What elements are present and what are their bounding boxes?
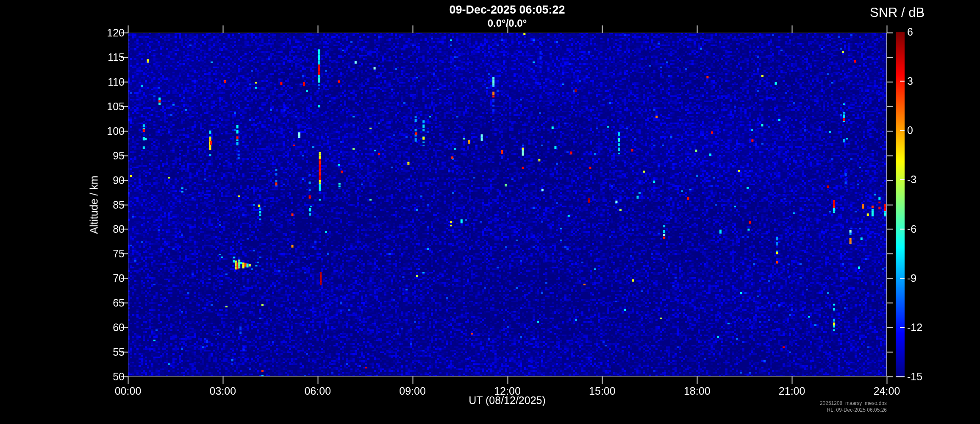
colorbar-tick-label: -6 — [907, 223, 916, 235]
datafile-name: 20251208_maarsy_meso.dbs — [820, 400, 887, 406]
y-tick-label: 50 — [0, 370, 125, 383]
y-tick-label: 55 — [0, 346, 125, 358]
x-tick-label: 15:00 — [589, 385, 616, 397]
y-tick-label: 105 — [0, 100, 125, 113]
radargram-figure: 09-Dec-2025 06:05:22 0.0°/0.0° SNR / dB … — [0, 0, 980, 424]
y-tick-label: 95 — [0, 149, 125, 162]
colorbar-tick-label: 3 — [907, 75, 913, 87]
x-tick-label: 00:00 — [115, 385, 142, 397]
processing-timestamp: RL, 09-Dec-2025 06:05:26 — [827, 407, 887, 413]
colorbar-tick-label: -12 — [907, 321, 922, 334]
x-tick-label: 18:00 — [684, 385, 711, 397]
x-tick-label: 06:00 — [304, 385, 331, 397]
x-tick-label: 24:00 — [874, 385, 900, 397]
y-tick-label: 120 — [0, 26, 125, 39]
x-tick-label: 03:00 — [210, 385, 236, 397]
colorbar-tick-label: 0 — [907, 124, 913, 137]
y-tick-label: 90 — [0, 174, 125, 187]
colorbar-tick-label: -9 — [907, 272, 916, 285]
y-tick-label: 75 — [0, 247, 125, 260]
snr-heatmap-canvas — [0, 0, 980, 424]
colorbar-title: SNR / dB — [870, 5, 924, 20]
y-tick-label: 85 — [0, 198, 125, 211]
y-tick-label: 110 — [0, 75, 125, 88]
y-tick-label: 80 — [0, 223, 125, 235]
x-tick-label: 12:00 — [494, 385, 521, 397]
colorbar-tick-label: -3 — [907, 173, 916, 186]
colorbar-tick-label: 6 — [907, 25, 913, 38]
plot-title: 09-Dec-2025 06:05:22 — [449, 3, 565, 17]
y-tick-label: 115 — [0, 51, 125, 64]
x-tick-label: 09:00 — [399, 385, 426, 397]
beam-direction-subtitle: 0.0°/0.0° — [488, 17, 527, 29]
y-tick-label: 100 — [0, 125, 125, 137]
y-tick-label: 70 — [0, 272, 125, 285]
y-tick-label: 60 — [0, 321, 125, 334]
colorbar-tick-label: -15 — [907, 370, 922, 383]
x-tick-label: 21:00 — [779, 385, 805, 397]
y-tick-label: 65 — [0, 296, 125, 309]
